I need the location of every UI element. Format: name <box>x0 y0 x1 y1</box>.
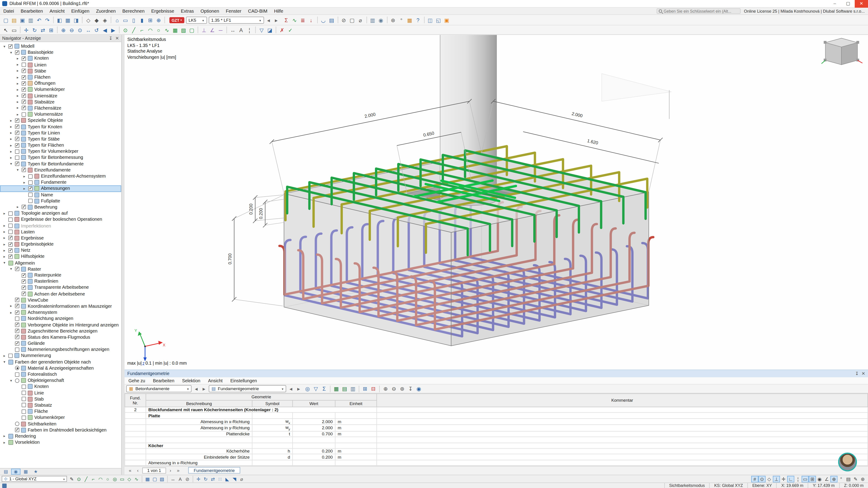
member-tool-icon[interactable]: ─ <box>217 26 225 34</box>
zoom-in-icon[interactable]: ⊕ <box>59 26 68 34</box>
checkbox[interactable] <box>8 217 13 222</box>
tree-item-ergebnisobjekte[interactable]: ▸Ergebnisobjekte <box>0 241 121 248</box>
units-icon[interactable]: ° <box>397 16 405 24</box>
ortho-mode-icon[interactable]: ∟ <box>787 476 794 482</box>
table-cell[interactable]: Abmessung in y-Richtung <box>146 425 252 431</box>
save-icon[interactable]: ▣ <box>18 16 27 24</box>
table-cell[interactable] <box>125 460 146 466</box>
table-cell[interactable]: 2 <box>125 407 146 413</box>
tree-item-volumenkoerper[interactable]: Volumenkörper <box>0 415 121 421</box>
tree-item-koordinateninformationen-am-mauszeiger[interactable]: ▸Koordinateninformationen am Mauszeiger <box>0 303 121 309</box>
expander-icon[interactable]: ▾ <box>2 44 7 48</box>
table-menu-einstellungen[interactable]: Einstellungen <box>226 378 261 383</box>
checkbox[interactable] <box>22 106 26 110</box>
expander-icon[interactable]: ▸ <box>2 236 7 240</box>
checkbox[interactable] <box>15 329 20 333</box>
table-row[interactable]: Einbindetiefe der Stützed0.200m <box>125 454 868 460</box>
expander-icon[interactable]: ▸ <box>2 254 7 259</box>
expander-icon[interactable]: ▾ <box>2 261 7 265</box>
coordinate-system-combo[interactable]: ⊹ 1 - Global XYZ▾ <box>2 476 67 482</box>
first-page-button[interactable]: « <box>127 468 133 473</box>
node-icon[interactable]: ⊙ <box>75 476 83 482</box>
table-cell[interactable] <box>377 425 868 431</box>
solid-tool-icon[interactable]: ▧ <box>179 26 188 34</box>
tree-item-basisobjekte[interactable]: ▾Basisobjekte <box>0 49 121 55</box>
dock-icon[interactable]: ↧ <box>109 36 112 41</box>
column-header-symbol[interactable]: Symbol <box>252 400 293 407</box>
checkbox[interactable] <box>8 44 13 48</box>
checkbox[interactable] <box>22 273 26 278</box>
polyline-tool-icon[interactable]: ⌐ <box>138 26 146 34</box>
table-cell[interactable]: 0.200 <box>292 449 335 454</box>
table-cell[interactable] <box>377 443 868 449</box>
table-cell[interactable] <box>377 407 868 413</box>
snap-intersection-icon[interactable]: ✛ <box>780 476 787 482</box>
tree-item-rendering[interactable]: ▸Rendering <box>0 433 121 439</box>
search-input[interactable] <box>664 8 739 13</box>
snap-node-icon[interactable]: ⊙ <box>758 476 766 482</box>
tree-item-objekteigenschaft[interactable]: ▾Objekteigenschaft <box>0 378 121 384</box>
close-table-icon[interactable]: ✕ <box>862 371 865 376</box>
table-cell[interactable] <box>292 460 335 466</box>
export-excel-icon[interactable]: ▦ <box>332 385 340 393</box>
tree-item-typen-fuer-betonbemessung[interactable]: ▸Typen für Betonbemessung <box>0 155 121 161</box>
surface-tool-icon[interactable]: ▦ <box>171 26 180 34</box>
checkbox[interactable] <box>22 69 26 73</box>
opening-icon[interactable]: ▢ <box>151 476 158 482</box>
tree-item-linien[interactable]: ▸Linien <box>0 62 121 68</box>
table-cell[interactable]: Plattendicke <box>146 431 252 437</box>
expander-icon[interactable]: ▸ <box>2 440 7 445</box>
close-button[interactable]: ✕ <box>855 0 868 7</box>
table-sum-icon[interactable]: Σ <box>320 385 329 393</box>
line-tool-icon[interactable]: ╱ <box>129 26 138 34</box>
extend-icon[interactable]: ◥ <box>231 476 238 482</box>
checkbox[interactable] <box>22 112 26 117</box>
menu-hilfe[interactable]: Hilfe <box>271 7 287 15</box>
grid-display-icon[interactable]: ⊞ <box>809 476 816 482</box>
checkbox[interactable] <box>15 143 20 148</box>
tables-toggle-icon[interactable]: ▦ <box>64 16 72 24</box>
checkbox[interactable] <box>22 57 26 61</box>
menu-ansicht[interactable]: Ansicht <box>46 7 68 15</box>
tree-item-name[interactable]: Name <box>0 192 121 198</box>
tree-item-typen-fuer-volumenkoerper[interactable]: ▸Typen für Volumenkörper <box>0 149 121 155</box>
orbit-icon[interactable]: ↺ <box>92 26 101 34</box>
checkbox[interactable] <box>8 230 13 234</box>
checkbox[interactable] <box>22 292 26 296</box>
tree-item-zugeschnittene-bereiche-anzeigen[interactable]: Zugeschnittene Bereiche anzeigen <box>0 328 121 334</box>
menu-berechnen[interactable]: Berechnen <box>119 7 148 15</box>
previous-sheet-button[interactable]: ◀ <box>288 385 294 392</box>
tree-item-nummerierung[interactable]: ▸Nummerierung <box>0 353 121 359</box>
table-cell[interactable]: 2.000 <box>292 418 335 425</box>
menu-zuordnen[interactable]: Zuordnen <box>93 7 119 15</box>
table-cell[interactable]: wy <box>252 425 293 431</box>
tree-item-vorselektion[interactable]: ▸Vorselektion <box>0 439 121 445</box>
expander-icon[interactable]: ▸ <box>16 75 20 79</box>
tree-item-knoten[interactable]: Knoten <box>0 384 121 390</box>
table-cell[interactable]: Abmessung in x-Richtung <box>146 418 252 425</box>
tree-item-hilfsobjekte[interactable]: ▸Hilfsobjekte <box>0 254 121 260</box>
deformation-diagram-icon[interactable]: ◡ <box>319 16 328 24</box>
text-tool-icon[interactable]: A <box>237 26 245 34</box>
annotation-icon[interactable]: A <box>177 476 184 482</box>
menu-einfuegen[interactable]: Einfügen <box>68 7 93 15</box>
table-cell[interactable]: 2.000 <box>292 425 335 431</box>
table-cell[interactable] <box>125 437 146 443</box>
tree-item-einzelfundamente[interactable]: ▾Einzelfundamente <box>0 167 121 173</box>
expander-icon[interactable]: ▸ <box>16 112 20 117</box>
checkbox[interactable] <box>22 75 26 79</box>
table-cell[interactable] <box>377 418 868 425</box>
zoom-out-icon[interactable]: ⊖ <box>68 26 76 34</box>
pan-icon[interactable]: ↔ <box>84 26 92 34</box>
table-cell[interactable] <box>335 460 377 466</box>
tree-item-fussplatte[interactable]: Fußplatte <box>0 198 121 204</box>
message-center-icon[interactable] <box>2 483 7 488</box>
checkbox[interactable] <box>22 63 26 67</box>
tree-item-volumenkoerper[interactable]: ▸Volumenkörper <box>0 87 121 93</box>
checkbox[interactable] <box>22 385 26 389</box>
table-cell[interactable]: m <box>335 418 377 425</box>
trim-icon[interactable]: ◣ <box>223 476 231 482</box>
guidelines-icon[interactable]: ¦ <box>794 476 802 482</box>
checkbox[interactable] <box>8 223 13 228</box>
checkbox[interactable] <box>28 174 33 178</box>
